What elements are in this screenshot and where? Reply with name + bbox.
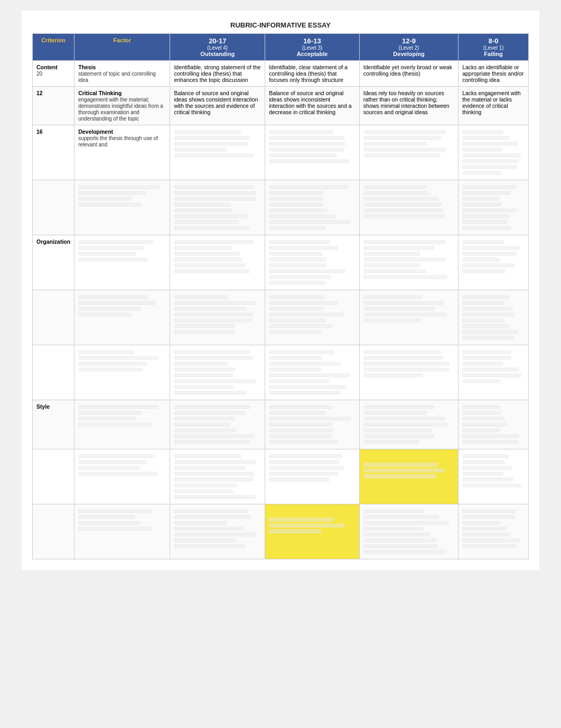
col4-cell bbox=[459, 290, 529, 345]
table-row: Style bbox=[33, 400, 529, 449]
table-row bbox=[33, 290, 529, 345]
table-row: 16Developmentsupports the thesis through… bbox=[33, 125, 529, 180]
table-row: Organization bbox=[33, 235, 529, 290]
criterion-cell: Content20 bbox=[33, 61, 74, 87]
col1-cell bbox=[170, 125, 265, 180]
factor-cell bbox=[74, 400, 170, 449]
col1-cell bbox=[170, 504, 265, 559]
col2-cell bbox=[265, 345, 360, 400]
factor-cell bbox=[74, 235, 170, 290]
col1-cell: Balance of source and original ideas sho… bbox=[170, 87, 265, 125]
col3-cell bbox=[359, 504, 458, 559]
criterion-cell: 12 bbox=[33, 87, 74, 125]
col3-cell bbox=[359, 180, 458, 235]
col1-cell bbox=[170, 400, 265, 449]
col3-cell: Ideas rely too heavily on sources rather… bbox=[359, 87, 458, 125]
col4-cell bbox=[459, 125, 529, 180]
criterion-cell bbox=[33, 180, 74, 235]
factor-cell bbox=[74, 504, 170, 559]
col2-cell bbox=[265, 504, 360, 559]
page-container: RUBRIC-INFORMATIVE ESSAY Criterion Facto… bbox=[22, 11, 539, 570]
header-col2: 16-13 (Level 3) Acceptable bbox=[265, 34, 360, 61]
header-criterion: Criterion bbox=[33, 34, 74, 61]
factor-cell bbox=[74, 290, 170, 345]
table-row: 12Critical Thinkingengagement with the m… bbox=[33, 87, 529, 125]
col2-cell: Balance of source and original ideas sho… bbox=[265, 87, 360, 125]
criterion-cell bbox=[33, 449, 74, 504]
col4-cell: Lacks an identifiable or appropriate the… bbox=[459, 61, 529, 87]
col4-cell: Lacks engagement with the material or la… bbox=[459, 87, 529, 125]
factor-cell: Thesisstatement of topic and controlling… bbox=[74, 61, 170, 87]
col4-cell bbox=[459, 345, 529, 400]
col2-cell bbox=[265, 449, 360, 504]
col1-cell bbox=[170, 235, 265, 290]
factor-cell bbox=[74, 180, 170, 235]
col4-cell bbox=[459, 180, 529, 235]
table-row bbox=[33, 449, 529, 504]
header-factor: Factor bbox=[74, 34, 170, 61]
col2-cell: Identifiable, clear statement of a contr… bbox=[265, 61, 360, 87]
criterion-cell: Style bbox=[33, 400, 74, 449]
col3-cell bbox=[359, 290, 458, 345]
header-col1: 20-17 (Level 4) Outstanding bbox=[170, 34, 265, 61]
col2-cell bbox=[265, 235, 360, 290]
col3-cell bbox=[359, 345, 458, 400]
col1-cell bbox=[170, 449, 265, 504]
rubric-table: Criterion Factor 20-17 (Level 4) Outstan… bbox=[32, 33, 529, 559]
col3-cell bbox=[359, 125, 458, 180]
criterion-cell bbox=[33, 504, 74, 559]
criterion-cell bbox=[33, 290, 74, 345]
factor-cell bbox=[74, 345, 170, 400]
table-row bbox=[33, 180, 529, 235]
header-col4: 8-0 (Level 1) Failing bbox=[459, 34, 529, 61]
factor-cell: Developmentsupports the thesis through u… bbox=[74, 125, 170, 180]
factor-cell bbox=[74, 449, 170, 504]
col4-cell bbox=[459, 235, 529, 290]
criterion-cell: 16 bbox=[33, 125, 74, 180]
criterion-cell: Organization bbox=[33, 235, 74, 290]
table-row bbox=[33, 504, 529, 559]
table-row: Content20Thesisstatement of topic and co… bbox=[33, 61, 529, 87]
criterion-cell bbox=[33, 345, 74, 400]
col3-cell bbox=[359, 400, 458, 449]
header-col3: 12-9 (Level 2) Developing bbox=[359, 34, 458, 61]
col1-cell bbox=[170, 290, 265, 345]
col1-cell bbox=[170, 180, 265, 235]
col2-cell bbox=[265, 290, 360, 345]
rubric-title: RUBRIC-INFORMATIVE ESSAY bbox=[32, 21, 529, 29]
col4-cell bbox=[459, 400, 529, 449]
col3-cell bbox=[359, 449, 458, 504]
col1-cell: Identifiable, strong statement of the co… bbox=[170, 61, 265, 87]
col1-cell bbox=[170, 345, 265, 400]
factor-cell: Critical Thinkingengagement with the mat… bbox=[74, 87, 170, 125]
col2-cell bbox=[265, 400, 360, 449]
col2-cell bbox=[265, 125, 360, 180]
col4-cell bbox=[459, 504, 529, 559]
col3-cell: Identifiable yet overly broad or weak co… bbox=[359, 61, 458, 87]
table-row bbox=[33, 345, 529, 400]
col2-cell bbox=[265, 180, 360, 235]
col3-cell bbox=[359, 235, 458, 290]
col4-cell bbox=[459, 449, 529, 504]
